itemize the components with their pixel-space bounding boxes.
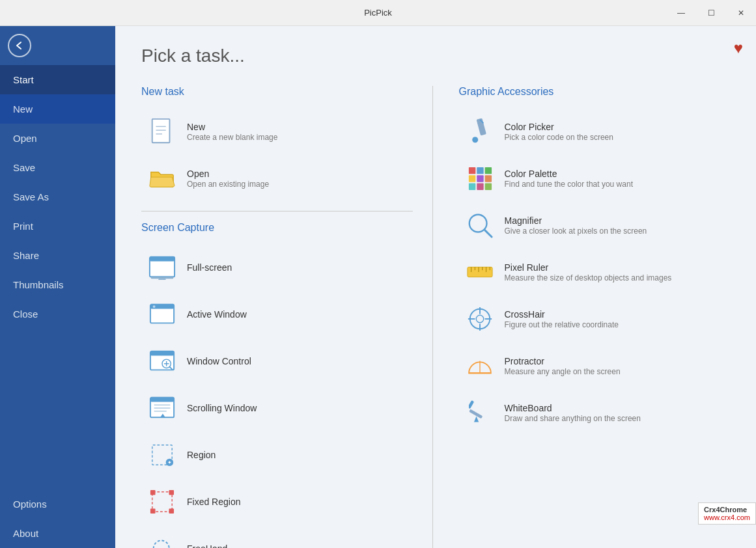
task-colorpicker-name: Color Picker bbox=[505, 122, 613, 132]
task-open[interactable]: Open Open an existing image bbox=[141, 156, 413, 200]
sidebar-item-close[interactable]: Close bbox=[0, 299, 115, 329]
svg-rect-6 bbox=[151, 277, 173, 279]
task-activewindow[interactable]: Active Window bbox=[141, 292, 413, 336]
back-button[interactable] bbox=[0, 26, 39, 65]
task-fullscreen-name: Full-screen bbox=[187, 262, 232, 273]
task-protractor[interactable]: Protractor Measure any angle on the scre… bbox=[459, 344, 731, 388]
task-region[interactable]: Region bbox=[141, 433, 413, 477]
left-column: New task New bbox=[141, 86, 433, 548]
task-pixelruler-text: Pixel Ruler Measure the size of desktop … bbox=[505, 262, 672, 282]
task-crosshair[interactable]: CrossHair Figure out the relative coordi… bbox=[459, 297, 731, 341]
back-icon bbox=[8, 34, 31, 57]
task-fullscreen[interactable]: Full-screen bbox=[141, 245, 413, 290]
task-freehand-text: FreeHand bbox=[187, 543, 227, 548]
favorite-button[interactable]: ♥ bbox=[734, 39, 743, 57]
task-fullscreen-text: Full-screen bbox=[187, 262, 232, 273]
task-region-name: Region bbox=[187, 450, 216, 460]
task-colorpalette-name: Color Palette bbox=[505, 169, 633, 179]
task-colorpalette-desc: Find and tune the color that you want bbox=[505, 180, 633, 189]
svg-rect-37 bbox=[468, 167, 475, 174]
section-divider bbox=[141, 211, 413, 212]
watermark-line1: Crx4Chrome bbox=[704, 506, 750, 514]
minimize-button[interactable]: — bbox=[666, 0, 696, 26]
open-icon bbox=[147, 163, 178, 194]
task-activewindow-text: Active Window bbox=[187, 309, 247, 320]
new-icon bbox=[147, 116, 178, 147]
sidebar-item-thumbnails[interactable]: Thumbnails bbox=[0, 270, 115, 299]
task-windowcontrol[interactable]: Window Control bbox=[141, 339, 413, 383]
sidebar-item-share[interactable]: Share bbox=[0, 241, 115, 270]
freehand-icon bbox=[147, 533, 178, 548]
main-columns: New task New bbox=[141, 86, 730, 548]
color-picker-icon bbox=[464, 116, 496, 147]
fixed-region-icon bbox=[147, 486, 178, 517]
window-control-icon bbox=[147, 346, 178, 377]
right-column: Graphic Accessories Color Picker bbox=[433, 86, 731, 548]
svg-rect-40 bbox=[468, 175, 475, 182]
task-magnifier[interactable]: Magnifier Give a closer look at pixels o… bbox=[459, 203, 731, 247]
task-colorpalette[interactable]: Color Palette Find and tune the color th… bbox=[459, 156, 731, 200]
sidebar-item-print[interactable]: Print bbox=[0, 212, 115, 241]
protractor-icon bbox=[464, 350, 496, 381]
task-fixedregion-name: Fixed Region bbox=[187, 497, 241, 507]
task-whiteboard-desc: Draw and share anything on the screen bbox=[505, 414, 641, 423]
svg-point-10 bbox=[153, 305, 156, 308]
task-pixelruler-desc: Measure the size of desktop objects and … bbox=[505, 273, 672, 282]
task-open-desc: Open an existing image bbox=[187, 180, 269, 189]
sidebar-item-options[interactable]: Options bbox=[0, 489, 115, 519]
accessories-section-title: Graphic Accessories bbox=[459, 86, 731, 98]
svg-rect-0 bbox=[152, 119, 170, 143]
svg-rect-38 bbox=[477, 167, 483, 174]
task-colorpalette-text: Color Palette Find and tune the color th… bbox=[505, 169, 633, 189]
color-palette-icon bbox=[464, 163, 496, 194]
sidebar-item-new[interactable]: New bbox=[0, 94, 115, 124]
sidebar-item-start[interactable]: Start bbox=[0, 65, 115, 94]
task-new-name: New bbox=[187, 122, 277, 132]
svg-rect-63 bbox=[469, 400, 474, 409]
watermark: Crx4Chrome www.crx4.com bbox=[698, 502, 756, 525]
task-region-text: Region bbox=[187, 450, 216, 460]
content-area: ♥ Pick a task... New task bbox=[115, 26, 756, 548]
sidebar-item-about[interactable]: About bbox=[0, 519, 115, 548]
watermark-line2: www.crx4.com bbox=[704, 514, 750, 521]
task-new-text: New Create a new blank image bbox=[187, 122, 277, 142]
sidebar-item-save-as[interactable]: Save As bbox=[0, 182, 115, 212]
app-body: Start New Open Save Save As Print Share … bbox=[0, 26, 756, 548]
svg-rect-42 bbox=[484, 175, 491, 182]
task-crosshair-name: CrossHair bbox=[505, 309, 619, 320]
maximize-button[interactable]: ☐ bbox=[696, 0, 726, 26]
sidebar-item-open[interactable]: Open bbox=[0, 124, 115, 153]
task-whiteboard[interactable]: WhiteBoard Draw and share anything on th… bbox=[459, 390, 731, 435]
task-windowcontrol-name: Window Control bbox=[187, 356, 251, 366]
scrolling-window-icon bbox=[147, 392, 178, 424]
task-fixedregion-text: Fixed Region bbox=[187, 497, 241, 507]
task-magnifier-desc: Give a closer look at pixels on the scre… bbox=[505, 226, 647, 236]
task-activewindow-name: Active Window bbox=[187, 309, 247, 320]
task-new-desc: Create a new blank image bbox=[187, 133, 277, 142]
svg-rect-45 bbox=[484, 184, 491, 190]
task-new[interactable]: New Create a new blank image bbox=[141, 109, 413, 154]
svg-rect-64 bbox=[469, 409, 483, 419]
window-controls: — ☐ ✕ bbox=[666, 0, 756, 25]
sidebar-item-save[interactable]: Save bbox=[0, 153, 115, 182]
task-fixedregion[interactable]: Fixed Region bbox=[141, 480, 413, 524]
region-icon bbox=[147, 439, 178, 471]
titlebar: PicPick — ☐ ✕ bbox=[0, 0, 756, 26]
task-magnifier-name: Magnifier bbox=[505, 215, 647, 226]
task-freehand[interactable]: FreeHand bbox=[141, 527, 413, 548]
svg-rect-12 bbox=[150, 351, 174, 356]
svg-rect-29 bbox=[150, 508, 156, 514]
task-protractor-name: Protractor bbox=[505, 356, 621, 366]
svg-point-56 bbox=[476, 315, 483, 322]
sidebar: Start New Open Save Save As Print Share … bbox=[0, 26, 115, 548]
task-pixelruler[interactable]: Pixel Ruler Measure the size of desktop … bbox=[459, 250, 731, 294]
close-button[interactable]: ✕ bbox=[726, 0, 756, 26]
task-scrollingwindow[interactable]: Scrolling Window bbox=[141, 386, 413, 430]
task-crosshair-text: CrossHair Figure out the relative coordi… bbox=[505, 309, 619, 329]
task-scrollingwindow-name: Scrolling Window bbox=[187, 403, 257, 413]
sidebar-bottom: Options About bbox=[0, 489, 115, 548]
task-open-text: Open Open an existing image bbox=[187, 169, 269, 189]
svg-rect-44 bbox=[477, 184, 483, 190]
svg-rect-30 bbox=[169, 508, 174, 514]
task-colorpicker[interactable]: Color Picker Pick a color code on the sc… bbox=[459, 109, 731, 154]
